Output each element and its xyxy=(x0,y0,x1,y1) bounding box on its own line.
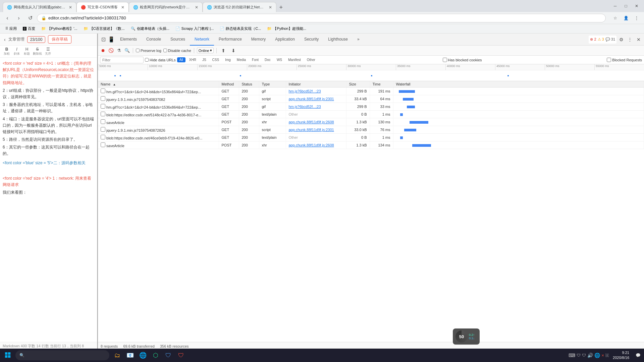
blocked-cookies-input[interactable] xyxy=(443,58,447,62)
col-header-name[interactable]: Name ▲ xyxy=(98,81,219,87)
table-row[interactable]: hm.gif?cc=1&ck=1&cl=24-bit&ds=1536x864&v… xyxy=(98,87,644,95)
heading-button[interactable]: H标题 xyxy=(23,47,31,56)
filter-ws[interactable]: WS xyxy=(274,57,284,62)
preserve-log-input[interactable] xyxy=(136,49,140,52)
preserve-log-checkbox[interactable]: Preserve log xyxy=(136,49,161,53)
has-blocked-cookies-checkbox[interactable]: Has blocked cookies xyxy=(443,58,482,62)
tab-network[interactable]: Network xyxy=(190,34,214,46)
network-table-wrapper[interactable]: Name ▲ Method Status Type Initiator Size… xyxy=(98,81,644,342)
taskbar-app-explorer[interactable]: 🗂 xyxy=(111,349,123,361)
table-row[interactable]: saveArticlePOST200xhrapp.chunk.88f11d9f.… xyxy=(98,118,644,126)
antivirus2-icon[interactable]: 🛡 xyxy=(582,353,586,358)
close-x-icon[interactable]: ✕ xyxy=(601,354,604,357)
blocked-requests-checkbox[interactable]: Blocked Requests xyxy=(607,58,642,62)
tab-elements[interactable]: Elements xyxy=(115,34,142,46)
tab-close-4[interactable]: ✕ xyxy=(269,5,272,10)
close-button[interactable]: ✕ xyxy=(632,1,641,11)
profile-icon[interactable]: 👤 xyxy=(621,13,631,23)
bookmark-linked-list[interactable]: 🔍 创建单链表（头插... xyxy=(128,25,172,32)
back-to-articles-icon[interactable]: ‹ xyxy=(3,36,7,43)
forward-button[interactable]: › xyxy=(14,13,23,23)
filter-all[interactable]: All xyxy=(177,57,185,62)
col-header-time[interactable]: Time xyxy=(370,81,393,87)
tab-close-1[interactable]: ✕ xyxy=(69,5,72,10)
initiator-link-0[interactable]: hm.js?6bcd52f...;23 xyxy=(289,89,321,93)
col-header-size[interactable]: Size xyxy=(346,81,370,87)
settings-menu-icon[interactable]: ⋮ xyxy=(632,13,641,23)
bookmark-static[interactable]: 📄 静态链表及实现（C... xyxy=(217,25,264,32)
keyboard-icon[interactable]: ⌨ xyxy=(569,353,575,358)
table-row[interactable]: jquery-1.9.1.min.js?1597540837082GET200s… xyxy=(98,95,644,103)
row-checkbox-6[interactable] xyxy=(101,135,105,139)
devtools-settings-icon[interactable]: ⚙ xyxy=(617,36,625,44)
row-checkbox-1[interactable] xyxy=(101,96,105,101)
col-header-status[interactable]: Status xyxy=(239,81,259,87)
network-icon[interactable]: 🌐 xyxy=(594,353,600,358)
restore-button[interactable]: □ xyxy=(621,1,631,11)
tab-application[interactable]: Application xyxy=(270,34,300,46)
hide-data-urls-checkbox[interactable]: Hide data URLs xyxy=(145,58,176,62)
initiator-link-4[interactable]: app.chunk.88f11d9f.js:2608 xyxy=(289,120,334,124)
record-button[interactable]: ⏺ xyxy=(100,48,106,54)
bookmark-apps[interactable]: ⠿ 应用 xyxy=(3,25,19,32)
tab-sources[interactable]: Sources xyxy=(166,34,190,46)
filter-input[interactable] xyxy=(100,57,144,63)
notification-button[interactable]: 💬 xyxy=(633,351,643,360)
disable-cache-checkbox[interactable]: Disable cache xyxy=(163,49,191,53)
devtools-more-icon[interactable]: ⋮ xyxy=(626,36,634,44)
taskbar-app-pycharm[interactable]: ⬡ xyxy=(150,349,162,361)
tab-lighthouse[interactable]: Lighthouse xyxy=(323,34,353,46)
taskbar-app-chrome[interactable]: 🌐 xyxy=(137,349,149,361)
filter-doc[interactable]: Doc xyxy=(262,57,273,62)
browser-tab-4[interactable]: 🌐 浏览器 f12 的功能详解之Netwo... ✕ xyxy=(203,2,276,12)
filter-icon[interactable]: ⚗ xyxy=(116,48,122,54)
taskbar-app-mail[interactable]: 📧 xyxy=(124,349,136,361)
italic-button[interactable]: I斜体 xyxy=(13,47,21,56)
bookmark-python[interactable]: 📁 【Python教程】'... xyxy=(39,25,80,32)
browser-tab-2[interactable]: 🔴 写文章-CSDN博客 ✕ xyxy=(76,2,129,12)
tab-console[interactable]: Console xyxy=(142,34,166,46)
filter-img[interactable]: Img xyxy=(223,57,233,62)
tab-performance[interactable]: Performance xyxy=(214,34,247,46)
unordered-list-button[interactable]: ☰无序 xyxy=(44,47,52,56)
col-header-waterfall[interactable]: Waterfall xyxy=(393,81,644,87)
devtools-close-icon[interactable]: ✕ xyxy=(635,36,643,44)
volume-icon[interactable]: 🔊 xyxy=(587,353,593,358)
address-bar[interactable]: 🔒 editor.csdn.net/md?articleId=108031780 xyxy=(37,14,606,22)
col-header-initiator[interactable]: Initiator xyxy=(286,81,346,87)
taskbar-search[interactable]: 🔍 xyxy=(15,350,109,360)
row-checkbox-3[interactable] xyxy=(101,112,105,116)
bookmark-star-icon[interactable]: ☆ xyxy=(610,13,620,23)
new-tab-button[interactable]: + xyxy=(276,3,286,12)
initiator-link-1[interactable]: app.chunk.88f11d9f.js:2301 xyxy=(289,97,334,101)
blocked-requests-input[interactable] xyxy=(607,58,611,62)
table-row[interactable]: jquery-1.9.1.min.js?1597540872826GET200s… xyxy=(98,126,644,134)
filter-css[interactable]: CSS xyxy=(210,57,222,62)
initiator-link-7[interactable]: app.chunk.88f11d9f.js:2608 xyxy=(289,143,334,147)
filter-xhr[interactable]: XHR xyxy=(187,57,199,62)
tab-close-3[interactable]: ✕ xyxy=(195,5,198,10)
devtools-device-icon[interactable]: 📱 xyxy=(107,36,115,44)
browser-tab-3[interactable]: 🌐 检查网页代码的network是什么... ✕ xyxy=(129,2,203,12)
table-row[interactable]: saveArticlePOST200xhrapp.chunk.88f11d9f.… xyxy=(98,141,644,149)
tab-memory[interactable]: Memory xyxy=(247,34,270,46)
bookmark-scrapy[interactable]: 📄 Scrapy 入门教程 |... xyxy=(173,25,216,32)
save-draft-button[interactable]: 保存草稿 xyxy=(48,35,71,44)
col-header-type[interactable]: Type xyxy=(259,81,286,87)
lang-icon[interactable]: 🇺 xyxy=(605,354,609,357)
taskbar-app-shield2[interactable]: 🛡 xyxy=(175,349,187,361)
minimize-button[interactable]: ─ xyxy=(610,1,620,11)
start-button[interactable] xyxy=(1,349,15,362)
initiator-link-2[interactable]: hm.js?6bcd52f...;23 xyxy=(289,105,321,109)
browser-tab-1[interactable]: 🌐 网络爬虫从入门到精通jgdabc_... ✕ xyxy=(3,2,76,12)
tab-close-2[interactable]: ✕ xyxy=(121,5,124,10)
bookmark-c-lang[interactable]: 📁 【C语言描述】《数... xyxy=(81,25,127,32)
tab-security[interactable]: Security xyxy=(300,34,323,46)
initiator-link-5[interactable]: app.chunk.88f11d9f.js:2301 xyxy=(289,128,334,132)
search-icon[interactable]: 🔍 xyxy=(124,48,130,54)
editor-content[interactable]: <font color = 'red' size = 4>1：url概念：(简单… xyxy=(0,58,97,342)
import-har-icon[interactable]: ⬆ xyxy=(219,47,227,55)
reload-button[interactable]: ↺ xyxy=(25,13,35,23)
filter-js[interactable]: JS xyxy=(200,57,209,62)
bookmark-baidu[interactable]: 🅱 百度 xyxy=(20,25,38,32)
